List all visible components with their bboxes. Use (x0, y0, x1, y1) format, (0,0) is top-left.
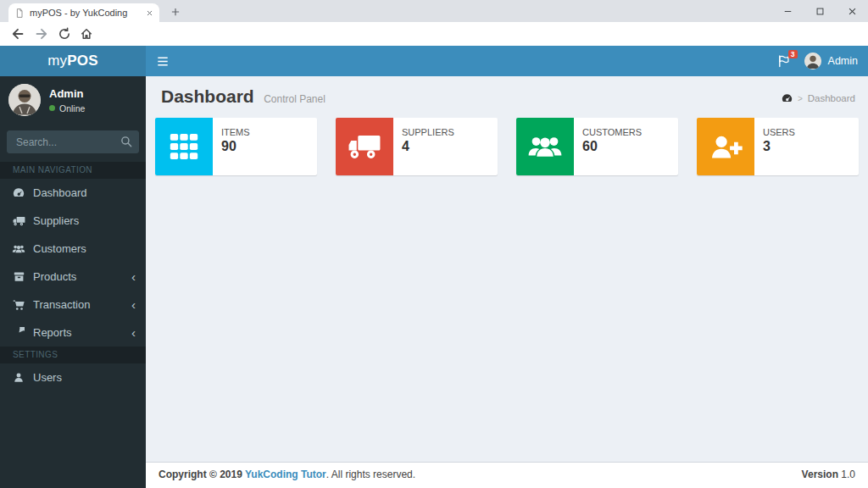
grid-icon (155, 118, 213, 175)
breadcrumb-current: Dashboard (808, 93, 855, 103)
window-maximize-button[interactable] (804, 0, 836, 22)
footer-link[interactable]: YukCoding Tutor (245, 469, 326, 480)
users-icon (12, 243, 25, 255)
search-icon[interactable] (120, 136, 133, 148)
breadcrumb-separator: > (798, 94, 803, 103)
sidebar-item-reports[interactable]: Reports ‹ (0, 319, 146, 347)
sidebar-item-dashboard[interactable]: Dashboard (0, 179, 146, 207)
plus-icon (170, 7, 181, 17)
info-box-content: USERS 3 (754, 118, 804, 175)
gauge-icon[interactable] (782, 93, 793, 103)
sidebar-item-transaction[interactable]: Transaction ‹ (0, 291, 146, 319)
info-box-row: ITEMS 90 SUPPLIERS 4 (146, 118, 868, 175)
sidebar: Admin Online MAIN NAVIGATION Dashboard S… (0, 76, 146, 488)
app-navbar: myPOS 3 Admin (0, 46, 868, 76)
box-icon (12, 271, 25, 283)
chevron-left-icon: ‹ (131, 272, 136, 282)
sidebar-item-suppliers[interactable]: Suppliers (0, 207, 146, 235)
app-footer: Copyright © 2019 YukCoding Tutor. All ri… (146, 462, 868, 488)
info-box-content: ITEMS 90 (213, 118, 259, 175)
truck-icon (12, 215, 25, 227)
info-box-value: 60 (582, 139, 642, 154)
notification-badge: 3 (788, 50, 798, 58)
footer-version-label: Version (802, 469, 838, 480)
sidebar-item-label: Products (33, 270, 76, 283)
sidebar-user-panel: Admin Online (0, 76, 146, 124)
navbar-avatar (804, 53, 821, 69)
browser-tab-strip: myPOS - by YukCoding (0, 0, 868, 22)
pie-chart-icon (12, 327, 25, 339)
user-menu-button[interactable]: Admin (804, 53, 858, 69)
navbar-user-label: Admin (828, 55, 858, 67)
sidebar-item-label: Customers (33, 242, 86, 255)
gauge-icon (12, 187, 25, 199)
search-input[interactable] (7, 130, 139, 153)
notifications-button[interactable]: 3 (777, 54, 791, 68)
brand-logo[interactable]: myPOS (0, 46, 146, 76)
users-icon (516, 118, 574, 175)
info-box-label: SUPPLIERS (402, 127, 454, 137)
sidebar-search (7, 130, 139, 153)
online-dot-icon (49, 105, 55, 111)
sidebar-section-header: SETTINGS (0, 347, 146, 363)
info-box-value: 3 (763, 139, 795, 154)
browser-toolbar: localhost/mypos/ (0, 22, 868, 46)
home-icon[interactable] (80, 27, 93, 41)
sidebar-user-name: Admin (49, 87, 85, 100)
browser-tab[interactable]: myPOS - by YukCoding (8, 3, 159, 22)
sidebar-section-header: MAIN NAVIGATION (0, 162, 146, 179)
sidebar-item-label: Dashboard (33, 186, 87, 199)
sidebar-item-customers[interactable]: Customers (0, 235, 146, 263)
forward-icon[interactable] (35, 27, 48, 41)
page-subtitle: Control Panel (264, 93, 326, 105)
sidebar-user-info: Admin Online (49, 87, 85, 114)
main-content: Dashboard Control Panel > Dashboard ITEM… (146, 76, 868, 488)
window-minimize-button[interactable] (771, 0, 804, 22)
page-favicon-icon (14, 8, 25, 19)
window-controls (771, 0, 868, 22)
info-box-value: 4 (402, 139, 454, 154)
sidebar-item-users[interactable]: Users (0, 363, 146, 391)
info-box-items[interactable]: ITEMS 90 (155, 118, 317, 175)
sidebar-item-label: Reports (33, 326, 72, 339)
reload-icon[interactable] (58, 27, 71, 41)
new-tab-button[interactable] (168, 4, 183, 19)
chevron-left-icon: ‹ (131, 328, 136, 338)
browser-window: myPOS - by YukCoding localhost/mypos/ (0, 0, 868, 488)
info-box-value: 90 (221, 139, 250, 154)
info-box-label: USERS (763, 127, 795, 137)
content-header: Dashboard Control Panel > Dashboard (146, 76, 868, 114)
sidebar-item-products[interactable]: Products ‹ (0, 263, 146, 291)
cart-icon (12, 299, 25, 311)
info-box-label: CUSTOMERS (582, 127, 642, 137)
sidebar-avatar (8, 84, 41, 116)
brand-prefix: my (47, 53, 67, 69)
online-label: Online (59, 103, 85, 114)
footer-version-value: 1.0 (841, 469, 855, 480)
info-box-label: ITEMS (221, 127, 250, 137)
page-title: Dashboard (161, 86, 254, 106)
back-icon[interactable] (11, 27, 25, 41)
sidebar-user-status[interactable]: Online (49, 103, 85, 114)
info-box-content: SUPPLIERS 4 (393, 118, 463, 175)
info-box-content: CUSTOMERS 60 (574, 118, 650, 175)
window-close-button[interactable] (836, 0, 868, 22)
info-box-suppliers[interactable]: SUPPLIERS 4 (336, 118, 498, 175)
breadcrumb: > Dashboard (782, 93, 855, 103)
truck-icon (336, 118, 393, 175)
app-root: myPOS 3 Admin (0, 46, 868, 488)
hamburger-icon (157, 56, 169, 67)
chevron-left-icon: ‹ (131, 300, 136, 310)
tab-close-icon[interactable] (146, 9, 153, 17)
footer-copyright-rest: . All rights reserved. (326, 469, 415, 480)
info-box-users[interactable]: USERS 3 (697, 118, 859, 175)
user-icon (12, 372, 25, 384)
brand-bold: POS (67, 53, 98, 69)
sidebar-toggle-button[interactable] (146, 46, 180, 76)
sidebar-item-label: Users (33, 371, 62, 384)
sidebar-item-label: Suppliers (33, 214, 79, 227)
info-box-customers[interactable]: CUSTOMERS 60 (516, 118, 678, 175)
user-plus-icon (697, 118, 754, 175)
footer-copyright: Copyright © 2019 YukCoding Tutor. All ri… (159, 469, 415, 480)
footer-copyright-bold: Copyright © 2019 (159, 469, 245, 480)
